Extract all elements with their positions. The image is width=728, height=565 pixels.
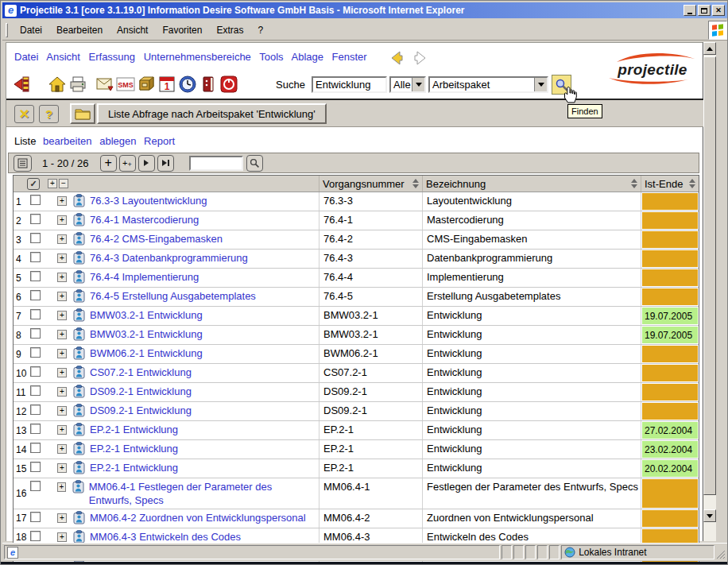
sort-ist-ende-button[interactable] xyxy=(689,179,695,188)
row-link[interactable]: CS07.2-1 Entwicklung xyxy=(90,366,192,380)
expand-row-button[interactable]: + xyxy=(57,532,67,542)
row-link[interactable]: 76.3-3 Layoutentwicklung xyxy=(90,194,207,208)
row-link[interactable]: MM06.4-2 Zuordnen von Entwicklungsperson… xyxy=(90,511,306,525)
expand-row-button[interactable]: + xyxy=(57,330,67,339)
menu-ansicht[interactable]: Ansicht xyxy=(110,22,155,38)
row-link[interactable]: BMW03.2-1 Entwicklung xyxy=(90,308,203,323)
row-checkbox[interactable] xyxy=(30,462,41,472)
menu-datei[interactable]: Datei xyxy=(13,22,49,38)
row-link[interactable]: BMW03.2-1 Entwicklung xyxy=(90,327,203,342)
close-list-button[interactable]: ✕ xyxy=(14,105,34,123)
resize-grip[interactable] xyxy=(714,548,726,559)
maximize-button[interactable] xyxy=(698,5,711,16)
row-checkbox[interactable] xyxy=(30,404,41,415)
archive-icon[interactable] xyxy=(137,75,156,94)
row-checkbox[interactable] xyxy=(30,385,41,396)
type-select-arrow-icon[interactable] xyxy=(534,78,547,91)
row-link[interactable]: DS09.2-1 Entwicklung xyxy=(90,404,192,418)
row-checkbox[interactable] xyxy=(30,481,41,491)
mail-icon[interactable] xyxy=(95,75,114,94)
expand-row-button[interactable]: + xyxy=(57,444,67,454)
help-button[interactable]: ? xyxy=(39,105,59,123)
sms-icon[interactable]: SMS xyxy=(116,75,135,94)
row-checkbox[interactable] xyxy=(30,290,41,300)
nav-fenster[interactable]: Fenster xyxy=(332,51,367,63)
row-link[interactable]: 76.4-1 Mastercodierung xyxy=(90,213,199,227)
expand-row-button[interactable]: + xyxy=(57,406,67,416)
expand-row-button[interactable]: + xyxy=(57,273,67,282)
row-checkbox[interactable] xyxy=(30,214,41,224)
scroll-up-button[interactable] xyxy=(703,42,716,55)
row-checkbox[interactable] xyxy=(30,443,41,453)
vertical-scrollbar[interactable] xyxy=(703,42,716,541)
menu-bearbeiten[interactable]: Bearbeiten xyxy=(49,22,110,38)
row-link[interactable]: EP.2-1 Entwicklung xyxy=(90,442,178,456)
row-link[interactable]: 76.4-5 Erstellung Ausgabetemplates xyxy=(90,289,256,304)
row-link[interactable]: MM06.4-1 Festlegen der Parameter des Ent… xyxy=(89,480,317,508)
back-button[interactable] xyxy=(389,48,409,68)
list-view-button[interactable] xyxy=(14,155,32,172)
add-button[interactable]: + xyxy=(100,155,117,172)
expand-row-button[interactable]: + xyxy=(57,253,67,263)
close-button[interactable]: ✕ xyxy=(712,5,725,16)
row-checkbox[interactable] xyxy=(30,512,41,522)
row-link[interactable]: BWM06.2-1 Entwicklung xyxy=(90,346,203,361)
row-link[interactable]: EP.2-1 Entwicklung xyxy=(90,461,178,475)
expand-row-button[interactable]: + xyxy=(57,463,67,473)
search-input[interactable] xyxy=(312,76,387,93)
expand-row-button[interactable]: + xyxy=(57,196,67,206)
sort-bezeichnung-button[interactable] xyxy=(631,179,637,188)
last-page-button[interactable] xyxy=(157,155,174,172)
forward-button[interactable] xyxy=(410,48,429,68)
expand-row-button[interactable]: + xyxy=(57,234,67,244)
next-page-small-button[interactable] xyxy=(138,155,155,172)
add-multiple-button[interactable]: +₊ xyxy=(119,155,136,172)
filter-search-button[interactable] xyxy=(246,155,263,172)
action-bearbeiten[interactable]: bearbeiten xyxy=(43,135,91,147)
expand-row-button[interactable]: + xyxy=(57,311,67,320)
find-button[interactable] xyxy=(552,75,571,95)
row-link[interactable]: DS09.2-1 Entwicklung xyxy=(90,385,192,399)
scroll-down-button[interactable] xyxy=(703,509,716,522)
book-icon[interactable] xyxy=(199,75,218,94)
nav-ablage[interactable]: Ablage xyxy=(292,51,323,63)
expand-row-button[interactable]: + xyxy=(57,387,67,397)
menu-favoriten[interactable]: Favoriten xyxy=(155,22,209,38)
minimize-button[interactable] xyxy=(683,5,696,16)
action-ablegen[interactable]: ablegen xyxy=(99,135,136,147)
expand-all-button[interactable]: + xyxy=(48,179,57,188)
row-checkbox[interactable] xyxy=(30,328,41,339)
row-link[interactable]: 76.4-3 Datenbankprogrammierung xyxy=(90,251,248,265)
power-icon[interactable] xyxy=(219,75,238,94)
expand-row-button[interactable]: + xyxy=(57,425,67,435)
row-link[interactable]: MM06.4-3 Entwickeln des Codes xyxy=(90,530,241,544)
nav-unternehmensbereiche[interactable]: Unternehmensbereiche xyxy=(144,51,251,63)
row-checkbox[interactable] xyxy=(30,252,41,262)
type-select[interactable]: Arbeitspaket xyxy=(428,76,548,93)
nav-ansicht[interactable]: Ansicht xyxy=(46,51,80,63)
row-link[interactable]: 76.4-2 CMS-Eingabemasken xyxy=(90,232,223,246)
scope-select[interactable]: Alle xyxy=(389,76,426,93)
row-checkbox[interactable] xyxy=(30,309,41,319)
collapse-all-button[interactable]: − xyxy=(59,179,68,188)
expand-row-button[interactable]: + xyxy=(57,292,67,301)
expand-row-button[interactable]: + xyxy=(57,513,67,523)
row-link[interactable]: 76.4-4 Implementierung xyxy=(90,270,199,284)
calendar-icon[interactable]: 1 xyxy=(157,75,176,94)
select-all-checkbox[interactable]: ✓ xyxy=(27,178,40,190)
row-link[interactable]: EP.2-1 Entwicklung xyxy=(90,423,178,437)
clock-icon[interactable] xyxy=(178,75,197,94)
row-checkbox[interactable] xyxy=(30,195,41,205)
expand-row-button[interactable]: + xyxy=(57,368,67,377)
row-checkbox[interactable] xyxy=(30,424,41,434)
row-checkbox[interactable] xyxy=(30,531,41,541)
exit-icon[interactable] xyxy=(13,75,32,94)
nav-erfassung[interactable]: Erfassung xyxy=(89,51,136,63)
row-checkbox[interactable] xyxy=(30,233,41,243)
sort-vorgangsnummer-button[interactable] xyxy=(412,179,419,188)
row-checkbox[interactable] xyxy=(30,271,41,281)
row-checkbox[interactable] xyxy=(30,366,41,377)
expand-row-button[interactable]: + xyxy=(57,215,67,225)
expand-row-button[interactable]: + xyxy=(57,482,66,492)
nav-tools[interactable]: Tools xyxy=(259,51,283,63)
